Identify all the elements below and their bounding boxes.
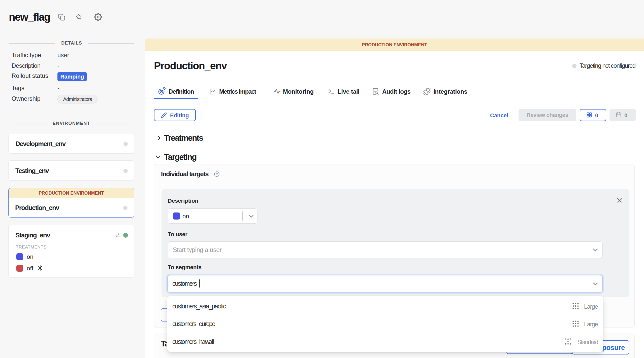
svg-text:?: ?	[216, 172, 218, 176]
